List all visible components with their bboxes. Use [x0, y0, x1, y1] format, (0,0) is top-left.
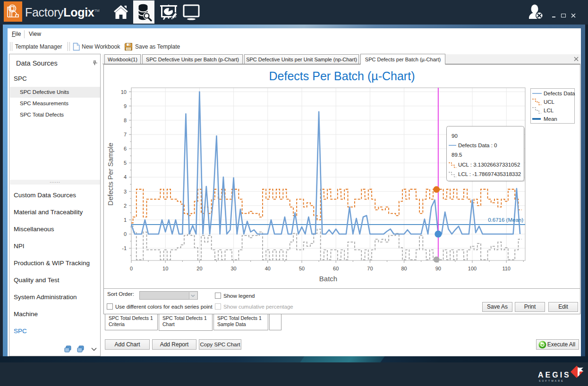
svg-text:1: 1 — [124, 217, 127, 223]
svg-text:10: 10 — [162, 266, 168, 271]
svg-text:20: 20 — [196, 266, 202, 271]
svg-text:50: 50 — [299, 266, 305, 271]
svg-text:Defects Data : 0: Defects Data : 0 — [458, 143, 497, 148]
svg-text:0.6716 (Mean): 0.6716 (Mean) — [488, 217, 523, 223]
svg-text:7: 7 — [124, 132, 127, 137]
svg-text:UCL : 3.13026637331052: UCL : 3.13026637331052 — [458, 162, 520, 168]
svg-text:4: 4 — [124, 174, 127, 180]
svg-text:5: 5 — [124, 160, 127, 166]
svg-text:Defects Per Batch (µ-Chart): Defects Per Batch (µ-Chart) — [269, 69, 415, 83]
svg-text:30: 30 — [230, 266, 236, 271]
svg-text:2: 2 — [124, 203, 127, 209]
svg-text:9: 9 — [124, 103, 127, 109]
svg-text:100: 100 — [468, 266, 477, 271]
svg-text:Defects Per Sample: Defects Per Sample — [106, 143, 114, 205]
svg-text:Defects Data: Defects Data — [544, 91, 575, 96]
svg-text:89.5: 89.5 — [452, 152, 462, 158]
svg-text:0: 0 — [124, 231, 127, 237]
svg-text:80: 80 — [401, 266, 407, 271]
svg-text:Mean: Mean — [544, 116, 557, 122]
svg-text:8: 8 — [124, 117, 127, 123]
svg-text:LCL : -1.78697435318332: LCL : -1.78697435318332 — [458, 171, 521, 177]
svg-text:Batch: Batch — [319, 275, 337, 283]
svg-text:60: 60 — [333, 266, 339, 271]
svg-text:-1: -1 — [122, 245, 127, 251]
svg-text:LCL: LCL — [544, 108, 554, 113]
svg-text:6: 6 — [124, 146, 127, 151]
svg-text:90: 90 — [452, 133, 458, 139]
svg-text:70: 70 — [367, 266, 373, 271]
svg-text:3: 3 — [124, 189, 127, 194]
svg-text:UCL: UCL — [544, 99, 555, 105]
svg-text:110: 110 — [502, 266, 511, 271]
svg-text:0: 0 — [130, 266, 133, 271]
svg-text:40: 40 — [265, 266, 271, 271]
svg-text:90: 90 — [435, 266, 441, 271]
svg-text:10: 10 — [121, 89, 127, 95]
